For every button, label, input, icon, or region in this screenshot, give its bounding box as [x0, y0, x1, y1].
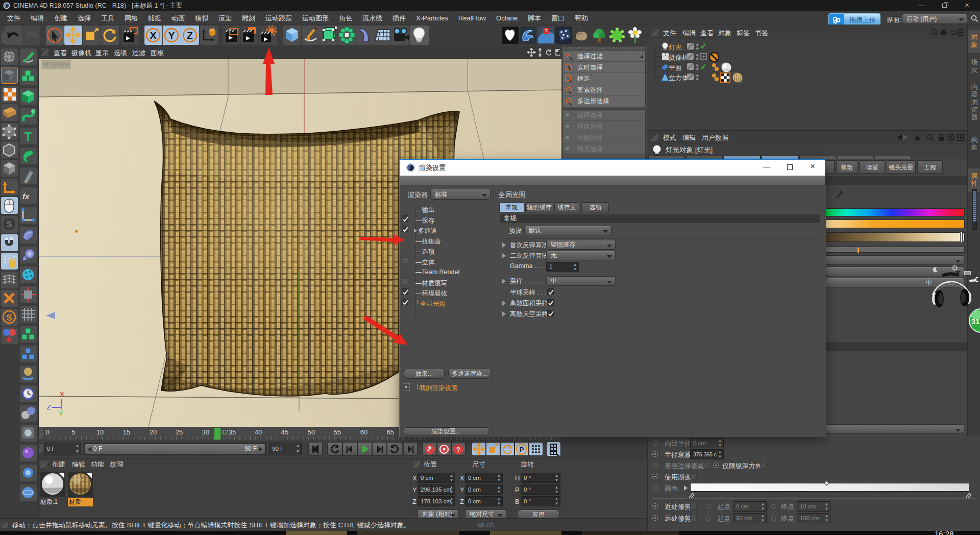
svg-text:Y: Y	[168, 30, 175, 41]
svg-text:Z: Z	[47, 403, 51, 411]
svg-text:Y: Y	[59, 410, 63, 416]
svg-text:S: S	[7, 220, 12, 229]
svg-text:Z: Z	[187, 30, 193, 41]
svg-text:50: 50	[308, 428, 315, 436]
svg-text:P: P	[520, 446, 524, 453]
svg-text:fx: fx	[22, 192, 30, 201]
svg-text:60: 60	[360, 428, 368, 436]
svg-text:0: 0	[45, 428, 49, 436]
svg-text:X: X	[60, 391, 64, 398]
svg-text:X: X	[150, 30, 157, 41]
svg-text:35: 35	[229, 428, 236, 436]
svg-text:?: ?	[545, 29, 548, 34]
svg-text:T: T	[24, 130, 32, 143]
svg-text:55: 55	[334, 428, 341, 436]
svg-text:10: 10	[96, 428, 104, 436]
svg-text:32: 32	[221, 428, 228, 436]
svg-text:5: 5	[71, 428, 75, 436]
svg-text:30: 30	[202, 428, 209, 436]
svg-text:?: ?	[456, 446, 460, 453]
svg-text:65: 65	[387, 428, 394, 436]
svg-text:20: 20	[150, 428, 157, 436]
svg-text:40: 40	[255, 428, 262, 436]
svg-text:25: 25	[176, 428, 183, 436]
svg-text:?: ?	[566, 53, 569, 60]
svg-text:45: 45	[281, 428, 288, 436]
svg-text:15: 15	[123, 428, 130, 436]
svg-text:S: S	[6, 313, 12, 323]
